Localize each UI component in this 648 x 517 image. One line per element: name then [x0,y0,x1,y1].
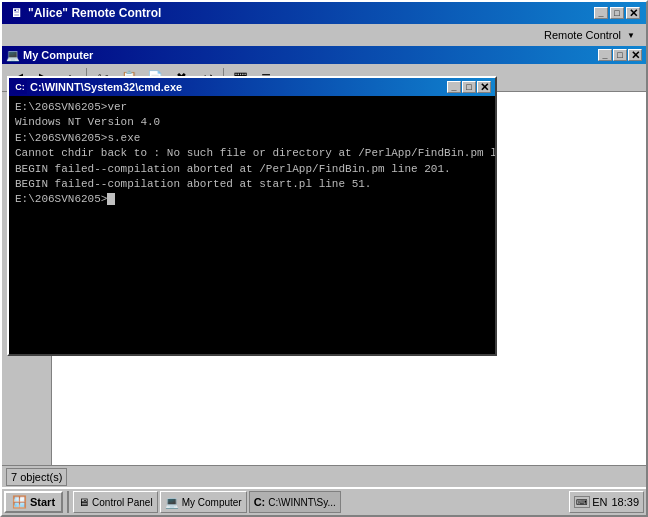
taskbar-cmd-label: C:\WINNT\Sy... [268,497,336,508]
start-label: Start [30,496,55,508]
cmd-titlebar: C: C:\WINNT\System32\cmd.exe _ □ ✕ [9,78,495,96]
my-computer-window: 💻 My Computer _ □ ✕ ◀ ▶ ↑ ✂ 📋 📄 ✖ ↩ [2,46,646,487]
outer-window-title: "Alice" Remote Control [28,6,161,20]
system-tray: ⌨ EN 18:39 [569,491,644,513]
outer-title-controls: _ □ ✕ [594,7,640,19]
cmd-title-text: C:\WINNT\System32\cmd.exe [30,81,182,93]
outer-title-left: 🖥 "Alice" Remote Control [8,5,161,21]
minimize-button[interactable]: _ [594,7,608,19]
cmd-line-9: E:\206SVN6205> [15,192,489,207]
my-computer-icon: 💻 [6,49,20,62]
outer-window-icon: 🖥 [8,5,24,21]
remote-control-label: Remote Control [544,29,621,41]
remote-control-dropdown-arrow: ▼ [627,31,635,40]
outer-titlebar: 🖥 "Alice" Remote Control _ □ ✕ [2,2,646,24]
taskbar-cmd[interactable]: C: C:\WINNT\Sy... [249,491,341,513]
control-panel-label: Control Panel [92,497,153,508]
status-text: 7 object(s) [6,468,67,486]
cmd-line-1: E:\206SVN6205>ver [15,100,489,115]
lang-indicator: ⌨ EN [574,496,607,508]
cmd-window: C: C:\WINNT\System32\cmd.exe _ □ ✕ E:\20… [7,76,497,356]
cmd-line-5: Cannot chdir back to : No such file or d… [15,146,489,161]
mc-title-left: 💻 My Computer [6,49,93,62]
mc-minimize-button[interactable]: _ [598,49,612,61]
status-bar: 7 object(s) [2,465,646,487]
cmd-line-6: BEGIN failed--compilation aborted at /Pe… [15,162,489,177]
cmd-line-4: E:\206SVN6205>s.exe [15,131,489,146]
outer-menu-bar: Remote Control ▼ [2,24,646,46]
cmd-body[interactable]: E:\206SVN6205>ver Windows NT Version 4.0… [9,96,495,354]
cmd-restore-button[interactable]: □ [462,81,476,93]
mc-close-button[interactable]: ✕ [628,49,642,61]
taskbar-control-panel[interactable]: 🖥 Control Panel [73,491,158,513]
cmd-cursor [107,193,115,205]
my-computer-titlebar: 💻 My Computer _ □ ✕ [2,46,646,64]
main-content: 💻 My Computer _ □ ✕ ◀ ▶ ↑ ✂ 📋 📄 ✖ ↩ [2,46,646,487]
close-button[interactable]: ✕ [626,7,640,19]
cmd-close-button[interactable]: ✕ [477,81,491,93]
start-button[interactable]: 🪟 Start [4,491,63,513]
taskbar-cmd-icon: C: [254,496,266,508]
outer-window: 🖥 "Alice" Remote Control _ □ ✕ Remote Co… [0,0,648,517]
taskbar-my-computer[interactable]: 💻 My Computer [160,491,247,513]
mc-title-controls: _ □ ✕ [598,49,642,61]
taskbar: 🪟 Start 🖥 Control Panel 💻 My Computer C:… [2,487,646,515]
clock: 18:39 [611,496,639,508]
mc-restore-button[interactable]: □ [613,49,627,61]
taskbar-my-computer-label: My Computer [182,497,242,508]
keyboard-icon: ⌨ [574,496,590,508]
cmd-title-left: C: C:\WINNT\System32\cmd.exe [13,80,182,94]
my-computer-title: My Computer [23,49,93,61]
remote-control-menu[interactable]: Remote Control ▼ [537,26,642,44]
lang-label: EN [592,496,607,508]
cmd-minimize-button[interactable]: _ [447,81,461,93]
cmd-icon: C: [13,80,27,94]
cmd-line-7: BEGIN failed--compilation aborted at sta… [15,177,489,192]
taskbar-separator [67,491,69,513]
control-panel-icon: 🖥 [78,496,89,508]
cmd-title-controls: _ □ ✕ [447,81,491,93]
taskbar-my-computer-icon: 💻 [165,496,179,509]
cmd-line-3: Windows NT Version 4.0 [15,115,489,130]
start-icon: 🪟 [12,495,27,509]
maximize-button[interactable]: □ [610,7,624,19]
